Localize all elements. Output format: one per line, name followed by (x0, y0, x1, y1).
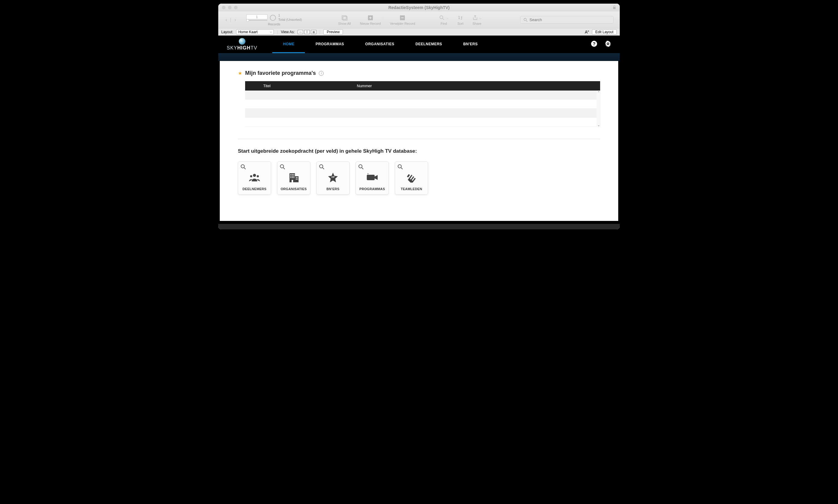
view-as-icons: ▭ ☰ ▦ (298, 30, 316, 34)
sort-icon: az (458, 14, 463, 21)
close-traffic-light[interactable] (222, 6, 226, 10)
nav-organisaties[interactable]: ORGANISATIES (355, 36, 405, 53)
favorites-title: Mijn favoriete programma's (245, 70, 316, 76)
show-all-button[interactable]: Show All (338, 14, 351, 25)
svg-rect-21 (292, 176, 293, 177)
search-icon (280, 164, 285, 171)
svg-rect-24 (292, 177, 293, 178)
titlebar: RedactieSysteem (SkyHighTV) (218, 4, 620, 12)
search-input[interactable] (530, 18, 610, 22)
next-record-arrow[interactable]: › (233, 17, 237, 23)
logo: SKYHIGHTV (227, 38, 257, 51)
find-label: Find (441, 22, 447, 25)
card-programmas[interactable]: PROGRAMMAS (356, 161, 389, 195)
scroll-down-icon[interactable]: ⌄ (598, 123, 600, 127)
delete-record-button[interactable]: Verwijder Record (390, 14, 415, 25)
nav-bners[interactable]: BN'ERS (453, 36, 488, 53)
svg-rect-19 (293, 174, 294, 175)
maximize-traffic-light[interactable] (234, 6, 237, 10)
svg-rect-28 (297, 177, 298, 178)
toolbar-search[interactable] (520, 16, 614, 23)
star-icon: ★ (238, 70, 242, 76)
delete-record-label: Verwijder Record (390, 22, 415, 25)
search-icon (240, 164, 246, 171)
text-format-icon[interactable]: Aa (585, 30, 589, 34)
layout-label: Layout: (221, 30, 233, 34)
nav-programmas[interactable]: PROGRAMMAS (305, 36, 354, 53)
card-bners[interactable]: VIP BN'ERS (316, 161, 350, 195)
svg-point-31 (320, 165, 323, 168)
minus-icon (400, 14, 405, 21)
main-toolbar: ‹ | › 1 Total (Unsorted) Records (218, 12, 620, 29)
edit-layout-button[interactable]: Edit Layout (592, 29, 617, 35)
preview-button[interactable]: Preview (323, 29, 343, 35)
nav-items: HOME PROGRAMMAS ORGANISATIES DEELNEMERS … (272, 36, 488, 53)
svg-point-11 (253, 174, 256, 177)
app-content: SKYHIGHTV HOME PROGRAMMAS ORGANISATIES D… (218, 36, 620, 224)
nav-deelnemers[interactable]: DEELNEMERS (405, 36, 452, 53)
search-icon (523, 18, 528, 22)
record-info: 1 Total (Unsorted) (278, 14, 302, 21)
record-pie-icon (270, 15, 276, 21)
app-window: RedactieSysteem (SkyHighTV) ‹ | › 1 (218, 4, 620, 229)
view-form-icon[interactable]: ▭ (298, 30, 303, 34)
favorites-table: Titel Nummer ⌃ ⌄ (245, 81, 600, 127)
svg-rect-22 (293, 176, 294, 177)
help-icon[interactable]: ? (591, 40, 598, 49)
layout-bar: Layout: Home Kaart | View As: ▭ ☰ ▦ | Pr… (218, 29, 620, 36)
logo-globe-icon (239, 38, 246, 45)
record-number-input[interactable] (246, 15, 267, 19)
svg-point-7 (524, 18, 527, 20)
favorites-header: ★ Mijn favoriete programma's i (238, 70, 600, 76)
gear-icon[interactable] (605, 40, 611, 49)
svg-point-33 (359, 165, 362, 168)
card-organisaties[interactable]: ORGANISATIES (277, 161, 310, 195)
col-nummer: Nummer (357, 84, 600, 88)
table-row[interactable] (245, 100, 600, 109)
records-label: Records (268, 22, 280, 26)
search-icon (397, 164, 403, 171)
card-teamleden[interactable]: TEAMLEDEN (395, 161, 428, 195)
sort-button[interactable]: az Sort (457, 14, 463, 25)
share-button[interactable]: ⌵ Share (473, 14, 481, 25)
plus-icon (368, 14, 373, 21)
table-row[interactable] (245, 109, 600, 118)
window-footer (218, 224, 620, 229)
subheader-strip (218, 53, 620, 61)
new-record-button[interactable]: Nieuw Record (360, 14, 381, 25)
svg-rect-18 (292, 174, 293, 175)
find-button[interactable]: ⌵ Find (439, 14, 448, 25)
card-label: DEELNEMERS (243, 187, 266, 191)
layout-select[interactable]: Home Kaart (236, 29, 274, 35)
window-title: RedactieSysteem (SkyHighTV) (388, 5, 449, 10)
info-icon[interactable]: i (319, 71, 324, 76)
svg-point-35 (368, 174, 369, 174)
card-deelnemers[interactable]: DEELNEMERS (238, 161, 271, 195)
prev-record-arrow[interactable]: ‹ (224, 17, 228, 23)
svg-rect-25 (293, 177, 294, 178)
sort-label: Sort (457, 22, 463, 25)
svg-point-10 (241, 165, 245, 168)
view-table-icon[interactable]: ▦ (311, 30, 316, 34)
table-row[interactable] (245, 91, 600, 100)
minimize-traffic-light[interactable] (228, 6, 232, 10)
view-list-icon[interactable]: ☰ (304, 30, 310, 34)
record-nav: 1 Total (Unsorted) (246, 14, 302, 21)
show-all-icon (341, 14, 347, 21)
svg-rect-17 (290, 174, 291, 175)
svg-point-13 (257, 175, 259, 178)
find-icon: ⌵ (439, 14, 448, 21)
record-count: 1 (278, 14, 302, 18)
camera-icon (366, 172, 378, 183)
app-nav: SKYHIGHTV HOME PROGRAMMAS ORGANISATIES D… (218, 36, 620, 53)
nav-home[interactable]: HOME (272, 36, 305, 53)
svg-rect-26 (291, 180, 293, 182)
people-icon (249, 172, 260, 183)
scroll-up-icon[interactable]: ⌃ (598, 91, 600, 94)
share-icon: ⌵ (473, 14, 481, 21)
traffic-lights (222, 6, 237, 10)
svg-rect-34 (367, 175, 375, 180)
share-label: Share (473, 22, 481, 25)
table-row[interactable] (245, 118, 600, 127)
svg-rect-30 (297, 179, 298, 180)
